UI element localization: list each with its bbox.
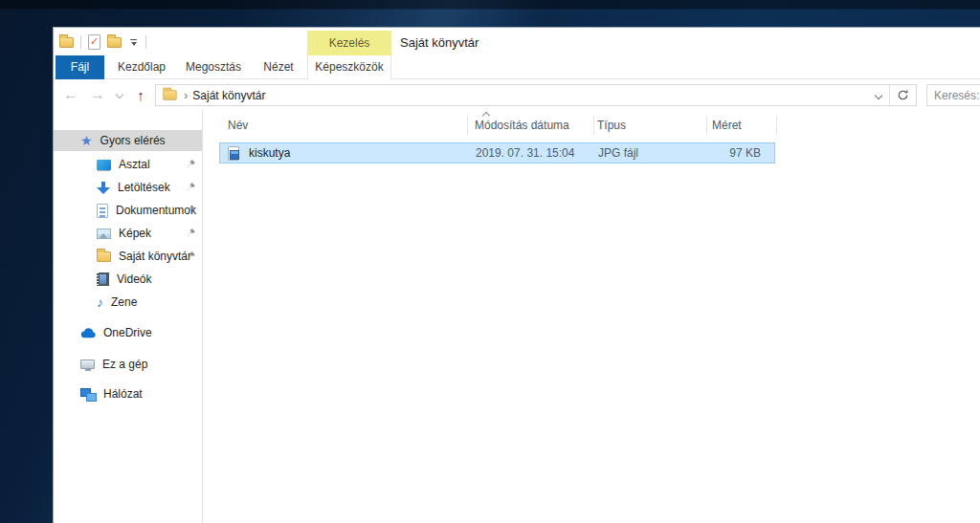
ribbon-tabs-bar: Fájl Kezdőlap Megosztás Nézet Képeszközö… [54, 55, 980, 79]
separator [145, 35, 146, 49]
qat-customize-dropdown-icon[interactable] [128, 37, 139, 48]
title-bar: Kezelés Saját könyvtár [54, 28, 980, 55]
explorer-app-icon [59, 37, 74, 48]
tab-picture-tools[interactable]: Képeszközök [307, 55, 391, 79]
column-header-type[interactable]: Típus [597, 114, 626, 137]
sidebar-item-sajat-konyvtar[interactable]: Saját könyvtár [54, 246, 202, 267]
column-header-date[interactable]: Módosítás dátuma [475, 114, 569, 137]
chevron-down-icon [875, 91, 882, 98]
sidebar-item-label: Dokumentumok [116, 204, 196, 217]
sidebar-item-label: Videók [117, 272, 151, 286]
sidebar-item-quick-access[interactable]: ★ Gyors elérés [54, 130, 202, 151]
column-separator[interactable] [776, 116, 777, 135]
column-header-name[interactable]: Név [228, 114, 248, 137]
separator [80, 35, 81, 49]
sidebar-item-label: OneDrive [103, 326, 152, 339]
pin-icon [186, 159, 196, 169]
music-icon: ♪ [97, 295, 103, 309]
sidebar-item-label: Képek [119, 227, 151, 240]
properties-icon[interactable] [88, 34, 100, 50]
window-title: Saját könyvtár [400, 28, 479, 55]
tab-share[interactable]: Megosztás [178, 55, 249, 79]
back-button[interactable]: ← [59, 79, 82, 110]
file-type: JPG fájl [598, 143, 638, 163]
sidebar-item-network[interactable]: Hálózat [54, 383, 202, 404]
arrow-right-icon: → [90, 87, 105, 102]
column-header-size[interactable]: Méret [712, 114, 742, 137]
desktop-icon [97, 160, 111, 170]
tab-file[interactable]: Fájl [56, 55, 104, 79]
files-area: Név Módosítás dátuma Típus Méret kiskuty… [203, 110, 980, 523]
breadcrumb-item[interactable]: Saját könyvtár [192, 89, 265, 102]
sidebar-item-downloads[interactable]: Letöltések [54, 177, 202, 198]
tab-view[interactable]: Nézet [251, 55, 306, 79]
column-separator[interactable] [706, 116, 707, 135]
sidebar-item-onedrive[interactable]: OneDrive [54, 322, 202, 343]
arrow-up-icon: ↑ [137, 87, 145, 103]
pin-icon [186, 205, 196, 215]
sidebar-item-pictures[interactable]: Képek [54, 223, 202, 244]
navigation-bar: ← → ↑ › Saját könyvtár [54, 79, 980, 110]
sidebar-item-label: Asztal [119, 158, 150, 171]
address-dropdown-button[interactable] [868, 85, 889, 105]
sidebar-item-label: Zene [111, 295, 137, 309]
quick-access-toolbar [59, 33, 146, 51]
sidebar-item-desktop[interactable]: Asztal [54, 154, 202, 175]
file-name: kiskutya [249, 143, 290, 163]
refresh-button[interactable] [889, 85, 916, 105]
search-input[interactable] [927, 85, 980, 105]
sidebar-item-documents[interactable]: Dokumentumok [54, 200, 202, 221]
pin-icon [186, 182, 196, 192]
onedrive-icon [80, 328, 96, 338]
recent-locations-button[interactable] [111, 79, 128, 110]
sidebar-item-videos[interactable]: Videók [54, 269, 202, 290]
forward-button[interactable]: → [86, 79, 109, 110]
sidebar-item-label: Hálózat [103, 387, 143, 401]
breadcrumb-folder-icon [163, 90, 176, 99]
pictures-icon [97, 229, 111, 239]
file-modified: 2019. 07. 31. 15:04 [476, 143, 574, 163]
pin-icon [186, 228, 196, 238]
chevron-down-icon [116, 91, 123, 98]
sidebar-item-label: Gyors elérés [100, 134, 166, 147]
sidebar-item-this-pc[interactable]: Ez a gép [54, 354, 202, 375]
desktop-background: Kezelés Saját könyvtár Fájl Kezdőlap Meg… [0, 0, 980, 523]
explorer-window: Kezelés Saját könyvtár Fájl Kezdőlap Meg… [53, 27, 980, 523]
sidebar-item-label: Ez a gép [102, 358, 147, 371]
breadcrumb-chevron-icon: › [184, 88, 188, 102]
pin-icon [186, 251, 196, 261]
folder-icon [97, 251, 111, 262]
network-icon [80, 388, 96, 401]
column-separator[interactable] [593, 116, 594, 135]
sidebar-item-label: Letöltések [118, 181, 170, 194]
search-box[interactable] [926, 84, 980, 106]
column-separator[interactable] [467, 116, 468, 135]
star-icon: ★ [80, 134, 93, 147]
sidebar-item-label: Saját könyvtár [119, 250, 191, 263]
refresh-icon [897, 89, 909, 101]
file-size: 97 KB [729, 143, 761, 163]
up-button[interactable]: ↑ [130, 79, 151, 110]
arrow-left-icon: ← [63, 87, 78, 102]
tab-home[interactable]: Kezdőlap [107, 55, 176, 79]
address-bar[interactable]: › Saját könyvtár [155, 84, 917, 106]
sidebar-item-music[interactable]: ♪ Zene [54, 292, 202, 313]
contextual-tab-group-kezeles[interactable]: Kezelés [307, 31, 391, 55]
documents-icon [97, 204, 108, 218]
videos-icon [97, 272, 109, 286]
downloads-icon [97, 181, 110, 194]
image-file-icon [228, 146, 239, 161]
navigation-pane: ★ Gyors elérés Asztal Letöltések Dokumen… [54, 110, 202, 523]
this-pc-icon [80, 360, 95, 369]
new-folder-icon[interactable] [107, 37, 122, 48]
file-row[interactable]: kiskutya 2019. 07. 31. 15:04 JPG fájl 97… [219, 142, 775, 163]
